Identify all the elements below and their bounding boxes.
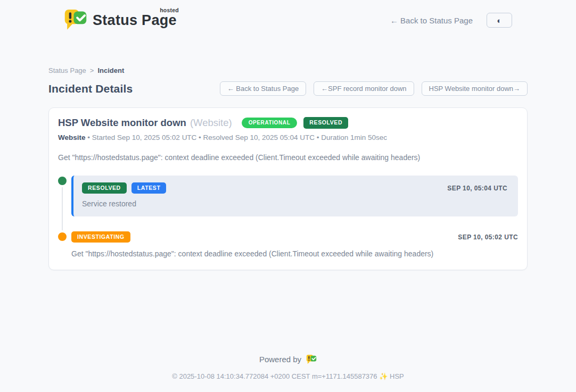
breadcrumb-status-page[interactable]: Status Page [48,66,86,74]
timeline-timestamp: SEP 10, 05:04 UTC [447,185,507,192]
timeline-rail [58,176,71,216]
timeline-latest-badge: LATEST [131,182,167,194]
breadcrumb: Status Page > Incident [48,66,528,74]
incident-service-label: (Website) [190,117,232,129]
logo-hosted-label: hosted [160,7,179,13]
back-to-status-page-button[interactable]: ← Back to Status Page [220,81,306,96]
header: Status Page hosted ← Back to Status Page… [0,0,576,33]
timeline-rail [58,231,71,258]
timeline-timestamp: SEP 10, 05:02 UTC [458,233,518,241]
timeline-resolved-badge: RESOLVED [82,182,127,194]
footer: Powered by © 2025-10-08 14:10:34.772084 … [0,354,576,392]
prev-incident-button[interactable]: ←SPF record monitor down [314,81,414,96]
page-title: Incident Details [48,82,133,95]
orange-dot-icon [56,230,69,243]
resolved-badge: RESOLVED [303,117,348,128]
meta-times: • Started Sep 10, 2025 05:02 UTC • Resol… [86,134,388,141]
half-circle-icon: ◐ [497,16,501,24]
main-content: Status Page > Incident Incident Details … [48,66,528,270]
header-back-link[interactable]: ← Back to Status Page [390,16,473,25]
meta-service-name: Website [58,134,86,141]
app-logo[interactable]: Status Page hosted [64,9,179,32]
latest-update-box: RESOLVED LATEST SEP 10, 05:04 UTC Servic… [71,176,518,216]
timeline-message: Get "https://hostedstatus.page": context… [71,249,518,258]
copyright-text: © 2025-10-08 14:10:34.772084 +0200 CEST … [0,372,576,380]
incident-meta: Website • Started Sep 10, 2025 05:02 UTC… [58,134,518,141]
update-content: INVESTIGATING SEP 10, 05:02 UTC Get "htt… [71,231,518,258]
status-bubble-icon [64,9,87,32]
incident-timeline: RESOLVED LATEST SEP 10, 05:04 UTC Servic… [58,176,518,258]
next-incident-button[interactable]: HSP Website monitor down→ [422,81,528,96]
breadcrumb-incident: Incident [97,66,124,74]
timeline-item-investigating: INVESTIGATING SEP 10, 05:02 UTC Get "htt… [58,231,518,258]
timeline-investigating-badge: INVESTIGATING [71,231,130,243]
incident-card: HSP Website monitor down (Website) OPERA… [48,107,528,270]
timeline-message: Service restored [82,199,507,208]
logo-title: Status Page hosted [93,12,179,29]
footer-logo-icon[interactable] [306,354,317,364]
incident-title: HSP Website monitor down [58,117,186,129]
breadcrumb-separator: > [90,66,94,74]
timeline-item-resolved: RESOLVED LATEST SEP 10, 05:04 UTC Servic… [58,176,518,216]
green-dot-icon [56,174,69,187]
incident-description: Get "https://hostedstatus.page": context… [58,153,518,162]
operational-badge: OPERATIONAL [242,118,298,129]
theme-toggle-button[interactable]: ◐ [487,13,512,28]
incident-nav-buttons: ← Back to Status Page ←SPF record monito… [220,81,528,96]
powered-by-label: Powered by [259,355,301,364]
